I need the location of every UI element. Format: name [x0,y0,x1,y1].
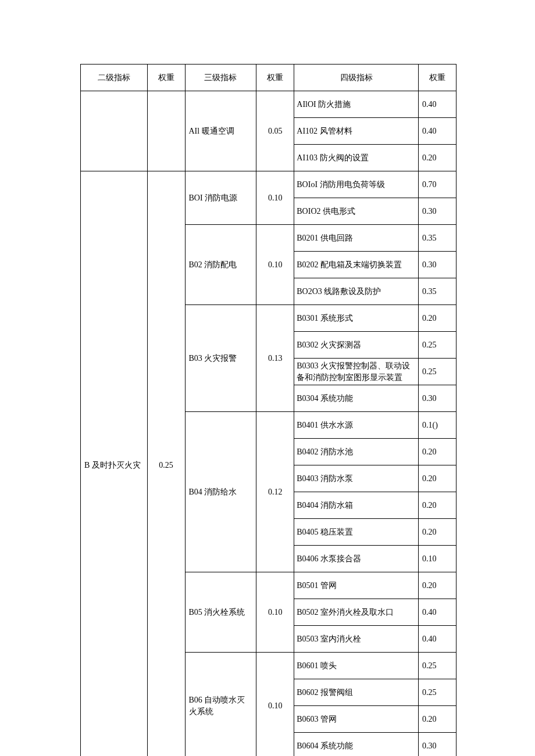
level2-indicator [81,91,148,171]
table-header-row: 二级指标 权重 三级指标 权重 四级指标 权重 [81,65,456,91]
level4-weight: 0.20 [419,439,456,465]
level4-indicator: AI102 风管材料 [294,118,419,145]
level4-indicator: BO2O3 线路敷设及防护 [294,278,419,305]
level4-weight: 0.25 [419,359,456,385]
level4-weight: 0.30 [419,252,456,278]
level4-indicator: B0303 火灾报警控制器、联动设备和消防控制室图形显示装置 [294,359,419,385]
level4-weight: 0.30 [419,385,456,412]
level3-weight: 0.10 [256,171,294,225]
level4-indicator: AI103 防火阀的设置 [294,145,419,171]
level4-weight: 0.10 [419,546,456,572]
level4-indicator: AIlOI 防火措施 [294,91,419,118]
level4-weight: 0.35 [419,225,456,252]
level2-weight: 0.25 [147,171,185,757]
level4-indicator: B0202 配电箱及末端切换装置 [294,252,419,278]
level3-weight: 0.05 [256,91,294,171]
level4-weight: 0.40 [419,118,456,145]
level3-indicator: B06 自动喷水灭火系统 [185,653,256,757]
level4-indicator: B0405 稳压装置 [294,519,419,546]
level4-weight: 0.25 [419,653,456,679]
level3-weight: 0.13 [256,305,294,412]
level4-indicator: B0201 供电回路 [294,225,419,252]
level4-weight: 0.30 [419,733,456,757]
level4-weight: 0.25 [419,332,456,359]
level3-indicator: B04 消防给水 [185,412,256,572]
level4-indicator: B0406 水泵接合器 [294,546,419,572]
level4-indicator: B0501 管网 [294,572,419,599]
level4-weight: 0.30 [419,198,456,225]
level4-indicator: B0401 供水水源 [294,412,419,439]
level3-indicator: BOI 消防电源 [185,171,256,225]
level2-indicator: B 及时扑灭火灾 [81,171,148,757]
level4-weight: 0.1() [419,412,456,439]
header-level2: 二级指标 [81,65,148,91]
level4-weight: 0.20 [419,305,456,332]
level2-weight [147,91,185,171]
level3-indicator: B03 火灾报警 [185,305,256,412]
level4-weight: 0.20 [419,572,456,599]
header-weight2: 权重 [147,65,185,91]
table-row: AIl 暖通空调0.05AIlOI 防火措施0.40 [81,91,456,118]
level3-indicator: B05 消火栓系统 [185,572,256,653]
header-weight3: 权重 [256,65,294,91]
level4-weight: 0.20 [419,492,456,519]
level4-indicator: B0602 报警阀组 [294,679,419,706]
level4-indicator: B0503 室内消火栓 [294,626,419,653]
header-level3: 三级指标 [185,65,256,91]
level3-indicator: AIl 暖通空调 [185,91,256,171]
level4-indicator: B0301 系统形式 [294,305,419,332]
level4-weight: 0.20 [419,519,456,546]
level3-weight: 0.10 [256,225,294,305]
level4-indicator: B0603 管网 [294,706,419,733]
level4-weight: 0.35 [419,278,456,305]
level4-indicator: BOIO2 供电形式 [294,198,419,225]
level4-weight: 0.20 [419,465,456,492]
level4-indicator: B0402 消防水池 [294,439,419,465]
level4-weight: 0.40 [419,626,456,653]
level3-weight: 0.12 [256,412,294,572]
level4-indicator: B0403 消防水泵 [294,465,419,492]
level4-weight: 0.40 [419,599,456,626]
level4-indicator: B0304 系统功能 [294,385,419,412]
level4-indicator: BOIoI 消防用电负荷等级 [294,171,419,198]
level4-indicator: B0502 室外消火栓及取水口 [294,599,419,626]
level3-weight: 0.10 [256,572,294,653]
level3-weight: 0.10 [256,653,294,757]
header-weight4: 权重 [419,65,456,91]
table-row: B 及时扑灭火灾0.25BOI 消防电源0.10BOIoI 消防用电负荷等级0.… [81,171,456,198]
level4-indicator: B0601 喷头 [294,653,419,679]
level4-weight: 0.20 [419,706,456,733]
level4-indicator: B0302 火灾探测器 [294,332,419,359]
level4-weight: 0.25 [419,679,456,706]
level4-weight: 0.70 [419,171,456,198]
indicator-table: 二级指标 权重 三级指标 权重 四级指标 权重 AIl 暖通空调0.05AIlO… [80,64,456,756]
level4-weight: 0.20 [419,145,456,171]
level4-indicator: B0404 消防水箱 [294,492,419,519]
level4-weight: 0.40 [419,91,456,118]
header-level4: 四级指标 [294,65,419,91]
level4-indicator: B0604 系统功能 [294,733,419,757]
level3-indicator: B02 消防配电 [185,225,256,305]
